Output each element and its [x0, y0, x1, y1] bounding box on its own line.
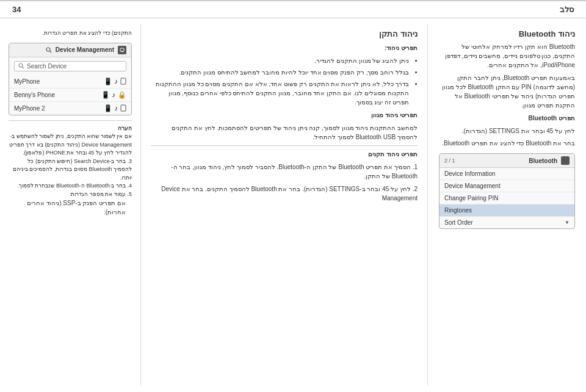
bluetooth-box-header: ✦ Bluetooth 1 / 2 [440, 154, 574, 168]
phone-outline-icon-0 [120, 78, 126, 85]
page-number: 34 [12, 5, 21, 14]
svg-point-3 [46, 48, 50, 51]
device-mgmt-icon [118, 46, 126, 54]
bluetooth-item-label-2: Change Pairing PIN [444, 195, 498, 201]
bluetooth-intro: Bluetooth הוא תקן רדיו למרחק אלחוטי של ה… [439, 42, 575, 70]
left-note-text1: אם אין לשמור שהוא התקנים, ניתן לשמור להש… [9, 132, 132, 158]
svg-line-6 [23, 67, 24, 69]
device-icons-1: 📱 ♪ 🔒 [101, 91, 127, 99]
steps-title: תפריט ניהוד תקנים [151, 150, 418, 159]
bluetooth-item-label-4: Sort Order [444, 219, 473, 226]
bluetooth-menu-item-3[interactable]: Ringtones [440, 205, 574, 217]
advanced-text: למחשב ההתקנות ניהוד מגוון לסמוך, קנה נית… [151, 123, 418, 142]
phone-icon-0: 📱 [104, 78, 112, 85]
bluetooth-icon: ✦ [561, 156, 570, 165]
bluetooth-ui-box: ✦ Bluetooth 1 / 2 Device Information Dev… [439, 153, 575, 229]
bluetooth-section-title: ניהוד Bluetooth [439, 29, 575, 38]
device-icons-0: 📱 ♪ [104, 78, 127, 85]
middle-intro: תפריט ניהוד: [151, 43, 418, 53]
device-list-item-2[interactable]: MyPhone 2 📱 ♪ [9, 102, 131, 115]
phone-icon-1: 📱 [101, 91, 110, 99]
middle-step1: 1. הסמיך את תפריט Bluetooth של התקן ה-Bl… [151, 162, 418, 181]
middle-bullets: ניתן להציג של מגוון התקנים להגדיר. בגלל … [151, 56, 418, 107]
left-note-text: התקנים) כדי להציג את תפריט הגדרות. [9, 29, 132, 38]
bluetooth-menu-item-4[interactable]: Sort Order ▼ [440, 217, 574, 228]
bluetooth-menu-item-1[interactable]: Device Management [440, 180, 574, 192]
bluetooth-pairing-text: באמצעות תפריט Bluetooth, ניתן לחבר התקן … [439, 73, 575, 110]
page-header: סלב 34 [0, 1, 586, 18]
lock-icon-1: 🔒 [118, 91, 126, 99]
device-list-item-0[interactable]: MyPhone 📱 ♪ [9, 75, 131, 89]
svg-rect-7 [121, 78, 126, 84]
device-icons-2: 📱 ♪ [104, 104, 127, 112]
device-name-2: MyPhone 2 [14, 105, 104, 112]
middle-bullet-1: בגלל רוחב מסך, רק הפנק מסוים אחד יוכל לה… [151, 68, 409, 77]
middle-bullet-2: בדרך כלל, לא ניתן לראות את התקנים רק פשו… [151, 79, 409, 107]
content-area: ניהוד Bluetooth Bluetooth הוא תקן רדיו ל… [0, 18, 586, 392]
bluetooth-menu-item-2[interactable]: Change Pairing PIN [440, 192, 574, 205]
search-icon [18, 63, 24, 69]
left-step3: 3. בחר ב-Search Device (חיפוש התקנים) כל… [9, 158, 132, 183]
svg-rect-1 [120, 48, 124, 51]
music-icon-2: ♪ [115, 104, 118, 112]
right-column: ניהוד Bluetooth Bluetooth הוא תקן רדיו ל… [427, 24, 586, 386]
device-name-0: MyPhone [14, 78, 104, 85]
bluetooth-item-label-0: Device Information [444, 170, 495, 177]
svg-point-5 [19, 64, 23, 67]
middle-section-title: ניהוד התקן [151, 29, 418, 38]
page-title-left: סלב [560, 5, 574, 14]
bluetooth-box-title: Bluetooth [529, 158, 557, 164]
svg-text:✦: ✦ [562, 158, 563, 164]
search-bar[interactable]: Search Device [14, 61, 126, 71]
device-mgmt-header: Device Management [9, 43, 131, 57]
device-mgmt-box: Device Management Search Device [9, 43, 132, 115]
left-divider [9, 120, 132, 121]
left-sub-bullet: אם תפריט הפנק ב-SSP (ניהוד אחרים אחרות): [9, 198, 132, 217]
bluetooth-pairing-section: תפריט Bluetooth [439, 114, 575, 123]
music-icon-1: ♪ [112, 91, 116, 98]
left-note-title: הערה [9, 125, 132, 133]
bluetooth-item-label-3: Ringtones [444, 207, 472, 214]
page-container: סלב 34 ניהוד Bluetooth Bluetooth הוא תקן… [0, 0, 586, 392]
left-step5: 5. עמוד את מספר הגדרות: [9, 191, 132, 199]
advanced-section-title: תפריטי ניהוד מגוון [151, 111, 418, 120]
bluetooth-page-num: 1 / 2 [444, 158, 455, 164]
left-column: התקנים) כדי להציג את תפריט הגדרות. Devic… [0, 24, 140, 386]
left-step4: 4. בחר ב-Bluetooth ה-Bluetooth שנבחרת לס… [9, 182, 132, 191]
scroll-arrow-icon: ▼ [565, 220, 570, 225]
bluetooth-step2: בחר את Bluetooth כדי להציג את תפריט Blue… [439, 139, 575, 148]
device-mgmt-search-icon [46, 47, 52, 53]
phone-outline-icon-2 [120, 104, 126, 112]
device-name-1: Benny's Phone [14, 92, 101, 98]
bluetooth-step1: לחץ על ‎‏45 ובחר את SETTINGS (הגדרות). [439, 126, 575, 136]
bluetooth-menu-item-0[interactable]: Device Information [440, 168, 574, 180]
middle-bullet-0: ניתן להציג של מגוון התקנים להגדיר. [151, 56, 409, 65]
bluetooth-item-label-1: Device Management [444, 183, 501, 189]
divider-1 [151, 145, 418, 146]
middle-column: ניהוד התקן תפריט ניהוד: ניתן להציג של מג… [140, 24, 427, 386]
middle-step2: 2. לחץ על ‎‏45 ובחר ב-SETTINGS (הגדרות).… [151, 184, 418, 203]
svg-line-4 [49, 51, 51, 53]
music-icon-0: ♪ [115, 78, 118, 85]
phone-icon-2: 📱 [104, 104, 112, 112]
svg-rect-8 [121, 105, 126, 111]
device-mgmt-title: Device Management [56, 46, 114, 53]
bluetooth-header-left: ✦ Bluetooth [529, 156, 570, 165]
svg-rect-2 [121, 51, 123, 52]
device-list-item-1[interactable]: Benny's Phone 📱 ♪ 🔒 [9, 89, 131, 102]
search-placeholder: Search Device [27, 63, 122, 70]
